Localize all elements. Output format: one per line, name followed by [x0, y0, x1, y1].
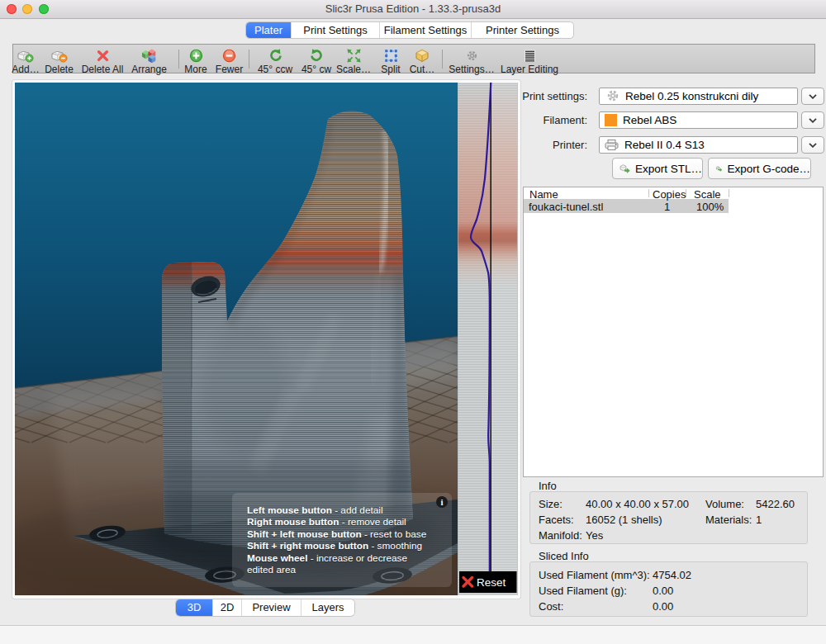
- svg-text:Reset: Reset: [477, 576, 506, 589]
